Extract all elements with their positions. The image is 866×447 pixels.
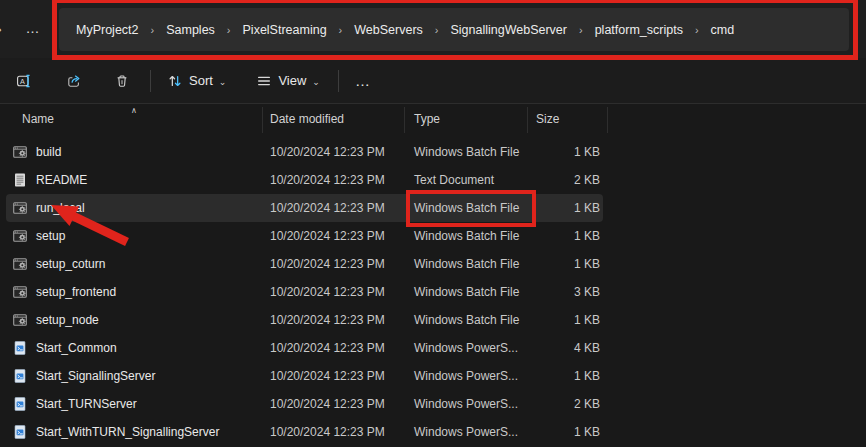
file-date-modified: 10/20/2024 12:23 PM xyxy=(263,257,405,271)
column-header-date-modified[interactable]: Date modified xyxy=(263,107,405,133)
file-name: setup xyxy=(36,229,65,243)
file-date-modified: 10/20/2024 12:23 PM xyxy=(263,341,405,355)
file-name: Start_WithTURN_SignallingServer xyxy=(36,425,219,439)
breadcrumb-item-cmd[interactable]: cmd xyxy=(700,15,746,45)
file-size: 4 KB xyxy=(528,341,608,355)
file-size: 1 KB xyxy=(528,201,608,215)
delete-icon xyxy=(114,73,130,89)
batch-file-icon xyxy=(12,228,28,244)
file-row-run_local[interactable]: run_local10/20/2024 12:23 PMWindows Batc… xyxy=(0,194,608,222)
file-type: Windows PowerS... xyxy=(405,369,528,383)
file-type: Windows Batch File xyxy=(405,229,528,243)
file-type: Windows Batch File xyxy=(405,257,528,271)
file-type: Windows PowerS... xyxy=(405,425,528,439)
file-name: Start_SignallingServer xyxy=(36,369,155,383)
more-options-button[interactable]: … xyxy=(347,64,380,98)
batch-file-icon xyxy=(12,200,28,216)
file-date-modified: 10/20/2024 12:23 PM xyxy=(263,229,405,243)
view-button[interactable]: View ⌄ xyxy=(248,64,328,98)
file-size: 2 KB xyxy=(528,397,608,411)
more-icon: … xyxy=(355,72,372,89)
text-document-icon xyxy=(12,172,28,188)
breadcrumb-item-samples[interactable]: Samples xyxy=(155,15,226,45)
svg-text:A: A xyxy=(20,76,25,85)
file-explorer-window: › … MyProject2›Samples›PixelStreaming›We… xyxy=(0,0,866,447)
breadcrumb-item-platform_scripts[interactable]: platform_scripts xyxy=(584,15,694,45)
view-label: View xyxy=(278,73,306,88)
file-type: Windows PowerS... xyxy=(405,397,528,411)
file-size: 1 KB xyxy=(528,257,608,271)
file-name: build xyxy=(36,145,61,159)
file-row-README[interactable]: README10/20/2024 12:23 PMText Document2 … xyxy=(0,166,608,194)
view-icon xyxy=(256,73,272,89)
file-date-modified: 10/20/2024 12:23 PM xyxy=(263,285,405,299)
file-list: build10/20/2024 12:23 PMWindows Batch Fi… xyxy=(0,138,608,446)
file-name: README xyxy=(36,173,87,187)
file-size: 1 KB xyxy=(528,229,608,243)
file-size: 1 KB xyxy=(528,313,608,327)
column-header-size[interactable]: Size xyxy=(528,107,608,133)
file-row-Start_TURNServer[interactable]: Start_TURNServer10/20/2024 12:23 PMWindo… xyxy=(0,390,608,418)
file-type: Windows PowerS... xyxy=(405,341,528,355)
file-size: 1 KB xyxy=(528,425,608,439)
file-type: Text Document xyxy=(405,173,528,187)
delete-button[interactable] xyxy=(106,64,138,98)
file-row-setup_frontend[interactable]: setup_frontend10/20/2024 12:23 PMWindows… xyxy=(0,278,608,306)
toolbar-separator xyxy=(338,70,339,92)
file-name: run_local xyxy=(36,201,85,215)
sort-button[interactable]: Sort ⌄ xyxy=(159,64,234,98)
column-header-row: ∧ NameDate modifiedTypeSize xyxy=(0,105,866,135)
file-date-modified: 10/20/2024 12:23 PM xyxy=(263,369,405,383)
breadcrumb-item-pixelstreaming[interactable]: PixelStreaming xyxy=(232,15,338,45)
file-date-modified: 10/20/2024 12:23 PM xyxy=(263,201,405,215)
file-date-modified: 10/20/2024 12:23 PM xyxy=(263,425,405,439)
file-date-modified: 10/20/2024 12:23 PM xyxy=(263,173,405,187)
file-size: 1 KB xyxy=(528,369,608,383)
file-type: Windows Batch File xyxy=(405,201,528,215)
file-size: 2 KB xyxy=(528,173,608,187)
address-bar: › … MyProject2›Samples›PixelStreaming›We… xyxy=(0,0,866,58)
chevron-down-icon: ⌄ xyxy=(219,77,227,87)
file-row-Start_Common[interactable]: Start_Common10/20/2024 12:23 PMWindows P… xyxy=(0,334,608,362)
share-icon xyxy=(66,73,82,89)
batch-file-icon xyxy=(12,284,28,300)
breadcrumb[interactable]: MyProject2›Samples›PixelStreaming›WebSer… xyxy=(59,8,849,51)
rename-icon: A xyxy=(16,73,32,89)
breadcrumb-item-webservers[interactable]: WebServers xyxy=(343,15,434,45)
breadcrumb-item-signallingwebserver[interactable]: SignallingWebServer xyxy=(439,15,578,45)
file-date-modified: 10/20/2024 12:23 PM xyxy=(263,397,405,411)
batch-file-icon xyxy=(12,144,28,160)
file-name: Start_TURNServer xyxy=(36,397,137,411)
file-name: Start_Common xyxy=(36,341,117,355)
column-header-name[interactable]: Name xyxy=(0,107,263,133)
breadcrumb-overflow-button[interactable]: … xyxy=(20,16,46,42)
file-row-build[interactable]: build10/20/2024 12:23 PMWindows Batch Fi… xyxy=(0,138,608,166)
file-type: Windows Batch File xyxy=(405,313,528,327)
nav-forward-icon[interactable]: › xyxy=(0,18,13,40)
breadcrumb-separator-icon: › xyxy=(694,24,700,36)
powershell-file-icon xyxy=(12,424,28,440)
file-row-Start_SignallingServer[interactable]: Start_SignallingServer10/20/2024 12:23 P… xyxy=(0,362,608,390)
breadcrumb-separator-icon: › xyxy=(578,24,584,36)
chevron-down-icon: ⌄ xyxy=(312,77,320,87)
file-row-Start_WithTURN_SignallingServer[interactable]: Start_WithTURN_SignallingServer10/20/202… xyxy=(0,418,608,446)
file-size: 1 KB xyxy=(528,145,608,159)
breadcrumb-item-myproject2[interactable]: MyProject2 xyxy=(65,15,150,45)
file-date-modified: 10/20/2024 12:23 PM xyxy=(263,313,405,327)
powershell-file-icon xyxy=(12,340,28,356)
file-row-setup_coturn[interactable]: setup_coturn10/20/2024 12:23 PMWindows B… xyxy=(0,250,608,278)
file-date-modified: 10/20/2024 12:23 PM xyxy=(263,145,405,159)
command-toolbar: A Sort ⌄ xyxy=(0,58,866,104)
file-size: 3 KB xyxy=(528,285,608,299)
file-name: setup_frontend xyxy=(36,285,116,299)
file-type: Windows Batch File xyxy=(405,285,528,299)
file-row-setup_node[interactable]: setup_node10/20/2024 12:23 PMWindows Bat… xyxy=(0,306,608,334)
file-name: setup_coturn xyxy=(36,257,105,271)
powershell-file-icon xyxy=(12,368,28,384)
toolbar-separator xyxy=(150,70,151,92)
file-row-setup[interactable]: setup10/20/2024 12:23 PMWindows Batch Fi… xyxy=(0,222,608,250)
file-type: Windows Batch File xyxy=(405,145,528,159)
share-button[interactable] xyxy=(58,64,90,98)
rename-button[interactable]: A xyxy=(8,64,40,98)
column-header-type[interactable]: Type xyxy=(405,107,528,133)
